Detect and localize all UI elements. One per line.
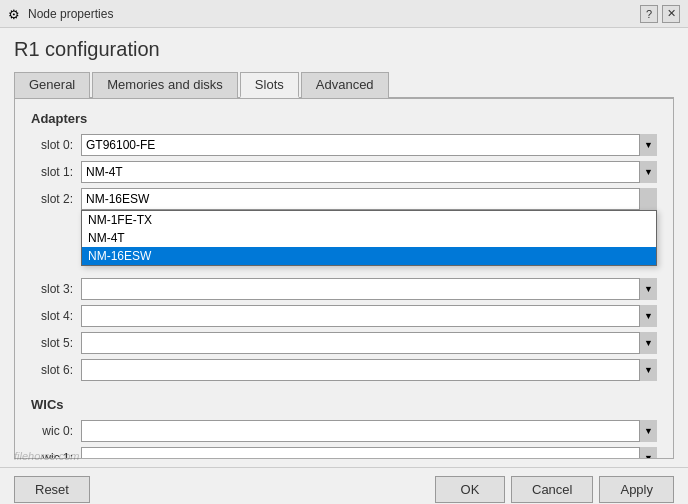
wic-1-label: wic 1: [31, 451, 81, 459]
slot-row-0: slot 0: GT96100-FE ▼ [31, 134, 657, 156]
title-bar-title: Node properties [28, 7, 113, 21]
wic-0-label: wic 0: [31, 424, 81, 438]
bottom-bar: Reset OK Cancel Apply [0, 467, 688, 504]
title-bar: ⚙ Node properties ? ✕ [0, 0, 688, 28]
wics-section: WICs wic 0: ▼ wic 1: ▼ [31, 397, 657, 459]
slot-3-label: slot 3: [31, 282, 81, 296]
tab-memories[interactable]: Memories and disks [92, 72, 238, 98]
cancel-button[interactable]: Cancel [511, 476, 593, 503]
title-bar-left: ⚙ Node properties [8, 7, 113, 21]
slot-row-2: slot 2: NM-1FE-TX NM-4T NM-16ESW [31, 188, 657, 210]
wic-row-0: wic 0: ▼ [31, 420, 657, 442]
slots-panel: Adapters slot 0: GT96100-FE ▼ slot 1: NM… [14, 99, 674, 459]
title-bar-controls: ? ✕ [640, 5, 680, 23]
page-title: R1 configuration [14, 38, 674, 61]
slot-row-4: slot 4: ▼ [31, 305, 657, 327]
slot-0-select-wrapper[interactable]: GT96100-FE ▼ [81, 134, 657, 156]
slot-2-dropdown: NM-1FE-TX NM-4T NM-16ESW [81, 210, 657, 266]
slot-4-select[interactable] [81, 305, 657, 327]
dropdown-item-nm4t[interactable]: NM-4T [82, 229, 656, 247]
wic-row-1: wic 1: ▼ [31, 447, 657, 459]
slot-6-label: slot 6: [31, 363, 81, 377]
wics-label: WICs [31, 397, 657, 412]
tab-general[interactable]: General [14, 72, 90, 98]
slot-4-select-wrapper[interactable]: ▼ [81, 305, 657, 327]
help-button[interactable]: ? [640, 5, 658, 23]
bottom-right-buttons: OK Cancel Apply [435, 476, 674, 503]
slot-row-3: slot 3: ▼ [31, 278, 657, 300]
slot-1-select[interactable]: NM-4T [81, 161, 657, 183]
slot-5-label: slot 5: [31, 336, 81, 350]
slot-6-select[interactable] [81, 359, 657, 381]
slot-2-select-wrapper[interactable]: NM-1FE-TX NM-4T NM-16ESW [81, 188, 657, 210]
slot-2-label: slot 2: [31, 192, 81, 206]
slot-0-select[interactable]: GT96100-FE [81, 134, 657, 156]
adapters-label: Adapters [31, 111, 657, 126]
slot-5-select[interactable] [81, 332, 657, 354]
slot-row-6: slot 6: ▼ [31, 359, 657, 381]
tab-slots[interactable]: Slots [240, 72, 299, 98]
slot-row-5: slot 5: ▼ [31, 332, 657, 354]
tab-advanced[interactable]: Advanced [301, 72, 389, 98]
dropdown-item-nm1fe[interactable]: NM-1FE-TX [82, 211, 656, 229]
close-button[interactable]: ✕ [662, 5, 680, 23]
ok-button[interactable]: OK [435, 476, 505, 503]
reset-button[interactable]: Reset [14, 476, 90, 503]
wic-1-select-wrapper[interactable]: ▼ [81, 447, 657, 459]
slot-3-select-wrapper[interactable]: ▼ [81, 278, 657, 300]
slot-1-select-wrapper[interactable]: NM-4T ▼ [81, 161, 657, 183]
slot-3-select[interactable] [81, 278, 657, 300]
dialog-content: R1 configuration General Memories and di… [0, 28, 688, 467]
slots-2-3-container: slot 2: NM-1FE-TX NM-4T NM-16ESW NM-1FE-… [31, 188, 657, 300]
app-icon: ⚙ [8, 7, 22, 21]
slot-row-1: slot 1: NM-4T ▼ [31, 161, 657, 183]
slot-1-label: slot 1: [31, 165, 81, 179]
wic-1-select[interactable] [81, 447, 657, 459]
slot-2-select[interactable]: NM-1FE-TX NM-4T NM-16ESW [81, 188, 657, 210]
wic-0-select[interactable] [81, 420, 657, 442]
slot-4-label: slot 4: [31, 309, 81, 323]
slot-5-select-wrapper[interactable]: ▼ [81, 332, 657, 354]
slot-0-label: slot 0: [31, 138, 81, 152]
apply-button[interactable]: Apply [599, 476, 674, 503]
wic-0-select-wrapper[interactable]: ▼ [81, 420, 657, 442]
slot-6-select-wrapper[interactable]: ▼ [81, 359, 657, 381]
tabs: General Memories and disks Slots Advance… [14, 71, 674, 99]
dropdown-item-nm16esw[interactable]: NM-16ESW [82, 247, 656, 265]
